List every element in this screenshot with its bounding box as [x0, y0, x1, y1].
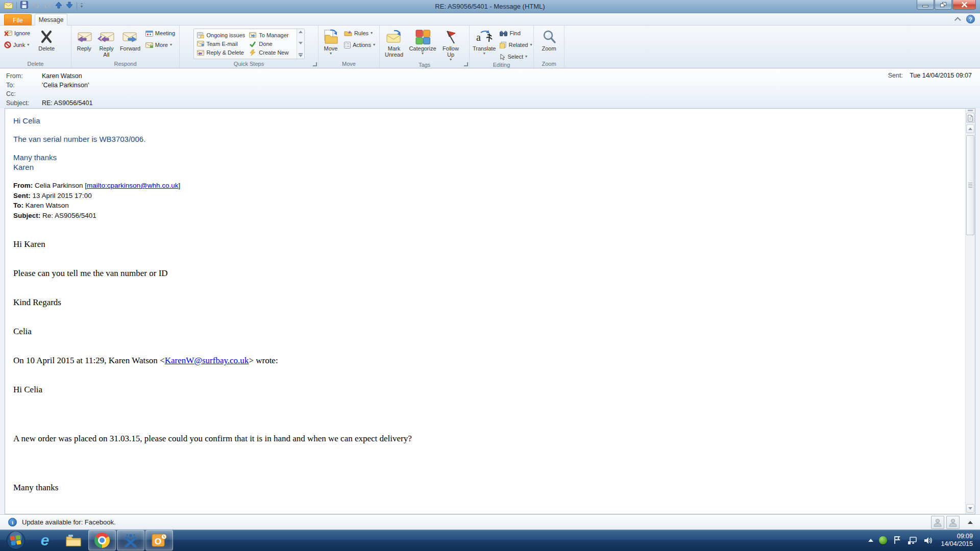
ignore-icon [4, 30, 12, 36]
quick-step-create-new[interactable]: Create New [249, 49, 295, 56]
info-icon: i [8, 518, 17, 527]
more-quick-steps-icon[interactable] [299, 53, 303, 57]
taskbar-outlook-button[interactable]: O [145, 530, 173, 550]
group-label-zoom: Zoom [534, 60, 564, 68]
scroll-down-icon[interactable] [299, 42, 303, 44]
binoculars-icon [500, 31, 507, 36]
from-value: Karen Watson [42, 72, 82, 81]
previous-item-icon[interactable] [55, 2, 62, 11]
follow-up-button[interactable]: Follow Up ▾ [438, 27, 463, 62]
sent-value: Tue 14/04/2015 09:07 [910, 72, 972, 79]
clock-date: 14/04/2015 [941, 540, 973, 548]
rules-button[interactable]: Rules ▾ [342, 29, 377, 38]
tab-file[interactable]: File [4, 14, 32, 26]
minimize-button[interactable] [917, 0, 934, 10]
quick-step-reply-delete[interactable]: Reply & Delete [197, 49, 246, 56]
taskbar-clock[interactable]: 09:09 14/04/2015 [941, 533, 973, 548]
quick-step-ongoing-issues[interactable]: Ongoing issues [197, 32, 246, 38]
note-icon [197, 32, 204, 38]
next-item-icon[interactable] [66, 2, 73, 11]
contact-avatar-button[interactable] [946, 516, 960, 529]
collapse-ribbon-icon[interactable] [954, 17, 961, 23]
translate-icon: a [476, 30, 493, 44]
taskbar-app-x-button[interactable] [117, 530, 144, 550]
help-icon[interactable]: ? [966, 15, 975, 23]
tags-dialog-launcher-icon[interactable] [464, 62, 468, 66]
actions-button[interactable]: Actions ▾ [342, 40, 377, 49]
ribbon-group-editing: a Translate ▾ Find Related ▾ [470, 26, 534, 68]
save-icon[interactable] [20, 1, 28, 11]
done-check-icon [249, 41, 256, 47]
mailto-link[interactable]: mailto:cparkinson@whh.co.uk [87, 182, 179, 189]
tab-message[interactable]: Message [35, 14, 67, 26]
scroll-down-icon [968, 507, 972, 510]
select-caret-icon: ▾ [525, 55, 527, 59]
mark-unread-icon [386, 30, 402, 43]
network-icon[interactable] [908, 536, 918, 545]
svg-text:O: O [155, 537, 161, 546]
categorize-caret-icon: ▾ [422, 52, 424, 56]
quick-step-team-email[interactable]: Team E-mail [197, 41, 246, 47]
meeting-icon [145, 30, 153, 37]
restore-button[interactable] [935, 0, 952, 10]
more-respond-button[interactable]: More ▾ [144, 40, 177, 49]
start-button[interactable] [6, 531, 26, 550]
rules-icon [344, 30, 352, 36]
move-button[interactable]: Move ▾ [320, 27, 341, 60]
scroll-up-icon[interactable] [299, 31, 303, 33]
junk-button[interactable]: Junk ▾ [3, 40, 32, 49]
close-button[interactable] [952, 0, 976, 10]
expand-people-pane-icon[interactable] [968, 521, 973, 524]
outlook-icon: O [152, 533, 167, 548]
message-body: Hi Celia The van serial number is WB3703… [5, 108, 975, 514]
quick-steps-dialog-launcher-icon[interactable] [313, 62, 317, 66]
contact-avatar-button[interactable] [931, 516, 944, 529]
subject-value: RE: AS9056/5401 [42, 99, 92, 108]
quick-steps-box: Ongoing issues Team E-mail Reply & Delet… [193, 29, 305, 59]
message-body-text: Hi Celia The van serial number is WB3703… [13, 116, 953, 551]
group-label-delete: Delete [0, 60, 71, 68]
quick-steps-scrollbar[interactable] [297, 29, 304, 59]
mark-unread-button[interactable]: Mark Unread [381, 27, 407, 62]
reply-button[interactable]: Reply [73, 27, 95, 60]
tray-status-orb-icon[interactable] [879, 536, 887, 544]
system-tray: 09:09 14/04/2015 [868, 530, 980, 551]
body-scrollbar[interactable] [965, 109, 975, 514]
reply-icon [76, 31, 92, 43]
meeting-button[interactable]: Meeting [144, 29, 177, 38]
scrollbar-thumb[interactable] [966, 135, 974, 235]
related-button[interactable]: Related ▾ [498, 40, 533, 49]
minimize-icon [922, 5, 928, 7]
customize-qat-icon[interactable]: ▾ [81, 4, 83, 9]
to-manager-icon [249, 32, 256, 38]
reply-all-button[interactable]: Reply All [95, 27, 118, 60]
quick-step-done[interactable]: Done [249, 41, 295, 47]
reading-pane-icon[interactable] [966, 113, 974, 123]
thread-name: Celia [13, 327, 953, 337]
show-hidden-icons-icon[interactable] [868, 539, 873, 542]
quick-step-to-manager[interactable]: To Manager [249, 32, 295, 38]
splitter-handle[interactable] [968, 110, 973, 111]
taskbar-chrome-button[interactable] [88, 530, 116, 550]
find-button[interactable]: Find [498, 29, 533, 38]
ignore-button[interactable]: Ignore [3, 29, 32, 38]
delete-button[interactable]: Delete [33, 27, 60, 60]
forward-button[interactable]: Forward [117, 27, 143, 60]
scrollbar-down-button[interactable] [966, 504, 974, 513]
header-subject-row: Subject: RE: AS9056/5401 [6, 99, 974, 108]
cc-label: Cc: [6, 90, 42, 99]
action-center-flag-icon[interactable] [893, 536, 902, 545]
taskbar-ie-button[interactable]: e [31, 530, 59, 550]
subject-label: Subject: [6, 99, 42, 108]
email-link[interactable]: KarenW@surfbay.co.uk [165, 356, 249, 365]
reply-all-icon [97, 31, 115, 43]
categorize-button[interactable]: Categorize ▾ [407, 27, 438, 62]
translate-button[interactable]: a Translate ▾ [471, 27, 497, 61]
zoom-button[interactable]: Zoom [536, 27, 562, 60]
scrollbar-up-button[interactable] [966, 124, 974, 133]
reply-line: Hi Celia [13, 116, 953, 126]
header-sent: Sent: Tue 14/04/2015 09:07 [888, 72, 972, 79]
taskbar-explorer-button[interactable] [60, 530, 87, 550]
volume-icon[interactable] [923, 536, 933, 545]
select-button[interactable]: Select ▾ [498, 52, 533, 61]
